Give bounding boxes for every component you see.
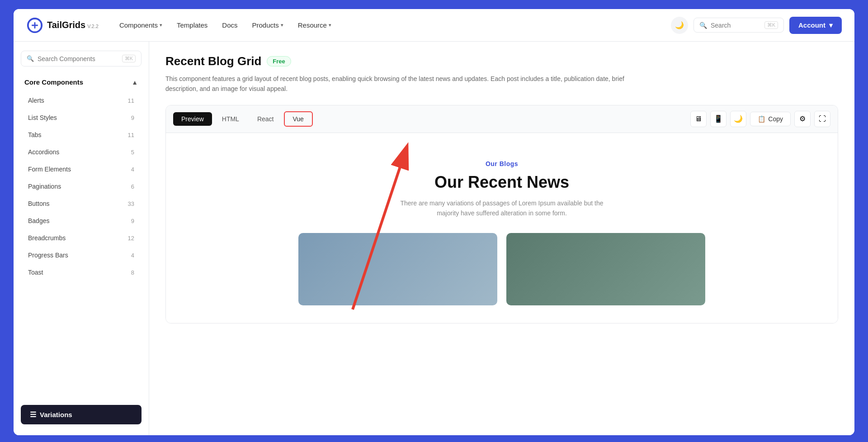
header: TailGridsV.2.2 Components ▾ Templates Do… [14, 9, 854, 42]
copy-button[interactable]: 📋 Copy [750, 112, 791, 126]
component-title: Recent Blog Grid [165, 54, 261, 68]
settings-button[interactable]: ⚙ [794, 111, 811, 127]
tab-react[interactable]: React [249, 112, 282, 126]
list-icon: ☰ [30, 410, 36, 419]
nav-docs[interactable]: Docs [216, 18, 244, 33]
logo-text: TailGridsV.2.2 [47, 20, 99, 30]
desktop-view-button[interactable]: 🖥 [690, 111, 707, 127]
search-shortcut-badge: ⌘K [764, 21, 778, 29]
sidebar-collapse-button[interactable]: ▲ [132, 79, 138, 86]
nav-resource[interactable]: Resource ▾ [292, 18, 338, 33]
main-nav: Components ▾ Templates Docs Products ▾ R… [113, 18, 656, 33]
mobile-icon: 📱 [714, 114, 723, 123]
app-frame: TailGridsV.2.2 Components ▾ Templates Do… [14, 9, 854, 435]
expand-icon: ⛶ [819, 115, 826, 123]
variations-button[interactable]: ☰ Variations [21, 405, 142, 424]
sidebar-item-toast[interactable]: Toast 8 [21, 264, 142, 280]
logo-area: TailGridsV.2.2 [26, 17, 99, 34]
copy-icon: 📋 [758, 115, 765, 123]
free-badge: Free [267, 56, 291, 67]
desktop-icon: 🖥 [695, 115, 702, 123]
nav-templates[interactable]: Templates [170, 18, 214, 33]
search-icon: 🔍 [699, 22, 707, 29]
blog-section-title: Our Recent News [434, 173, 569, 192]
blog-card-1 [298, 233, 497, 305]
sliders-icon: ⚙ [799, 114, 806, 123]
sidebar-item-paginations[interactable]: Paginations 6 [21, 178, 142, 195]
sidebar-search-shortcut: ⌘K [122, 55, 136, 62]
sidebar-item-tabs[interactable]: Tabs 11 [21, 127, 142, 143]
sidebar-section-header: Core Components ▲ [21, 76, 142, 89]
blog-card-image-1 [298, 233, 497, 305]
blog-card-2 [506, 233, 705, 305]
dark-mode-toggle[interactable]: 🌙 [671, 17, 688, 34]
sidebar-item-buttons[interactable]: Buttons 33 [21, 195, 142, 212]
chevron-down-icon: ▾ [160, 22, 162, 28]
component-description: This component features a grid layout of… [165, 74, 640, 94]
sidebar-item-form-elements[interactable]: Form Elements 4 [21, 161, 142, 177]
global-search[interactable]: 🔍 ⌘K [693, 18, 784, 33]
main-content: Recent Blog Grid Free This component fea… [149, 42, 854, 435]
tab-html[interactable]: HTML [214, 112, 247, 126]
sidebar: 🔍 ⌘K Core Components ▲ Alerts 11 List St… [14, 42, 149, 435]
search-input[interactable] [711, 22, 761, 29]
sidebar-section-title: Core Components [24, 78, 83, 86]
mobile-view-button[interactable]: 📱 [710, 111, 726, 127]
sidebar-item-alerts[interactable]: Alerts 11 [21, 92, 142, 109]
header-right: 🌙 🔍 ⌘K Account ▾ [671, 17, 842, 34]
sidebar-search-input[interactable] [38, 55, 118, 62]
blog-subtitle: There are many variations of passages of… [393, 198, 610, 219]
tab-preview[interactable]: Preview [173, 112, 212, 126]
expand-button[interactable]: ⛶ [814, 111, 830, 127]
blog-card-image-2 [506, 233, 705, 305]
nav-components[interactable]: Components ▾ [113, 18, 169, 33]
blog-cards-row [298, 233, 705, 305]
main-layout: 🔍 ⌘K Core Components ▲ Alerts 11 List St… [14, 42, 854, 435]
blog-tag: Our Blogs [486, 160, 518, 167]
sidebar-item-badges[interactable]: Badges 9 [21, 213, 142, 229]
tab-vue[interactable]: Vue [284, 111, 313, 127]
code-panel-header: Preview HTML React Vue 🖥 📱 🌙 [166, 105, 838, 133]
search-icon: 🔍 [27, 55, 34, 62]
sidebar-item-list-styles[interactable]: List Styles 9 [21, 109, 142, 126]
chevron-down-icon: ▾ [281, 22, 283, 28]
sidebar-item-progress-bars[interactable]: Progress Bars 4 [21, 247, 142, 263]
account-button[interactable]: Account ▾ [789, 17, 842, 34]
sidebar-item-accordions[interactable]: Accordions 5 [21, 144, 142, 160]
panel-actions: 🖥 📱 🌙 📋 Copy ⚙ [690, 111, 830, 127]
moon-icon: 🌙 [675, 21, 684, 29]
sidebar-items-list: Alerts 11 List Styles 9 Tabs 11 Accordio… [21, 92, 142, 280]
preview-area: Our Blogs Our Recent News There are many… [166, 133, 838, 323]
preview-dark-toggle[interactable]: 🌙 [730, 111, 746, 127]
code-panel: Preview HTML React Vue 🖥 📱 🌙 [165, 105, 838, 323]
component-header: Recent Blog Grid Free [165, 54, 838, 68]
moon-icon: 🌙 [734, 114, 743, 123]
tailgrids-logo-icon [26, 17, 43, 34]
chevron-down-icon: ▾ [329, 22, 331, 28]
chevron-down-icon: ▾ [829, 21, 833, 29]
nav-products[interactable]: Products ▾ [246, 18, 290, 33]
sidebar-search[interactable]: 🔍 ⌘K [21, 51, 142, 67]
sidebar-item-breadcrumbs[interactable]: Breadcrumbs 12 [21, 230, 142, 246]
